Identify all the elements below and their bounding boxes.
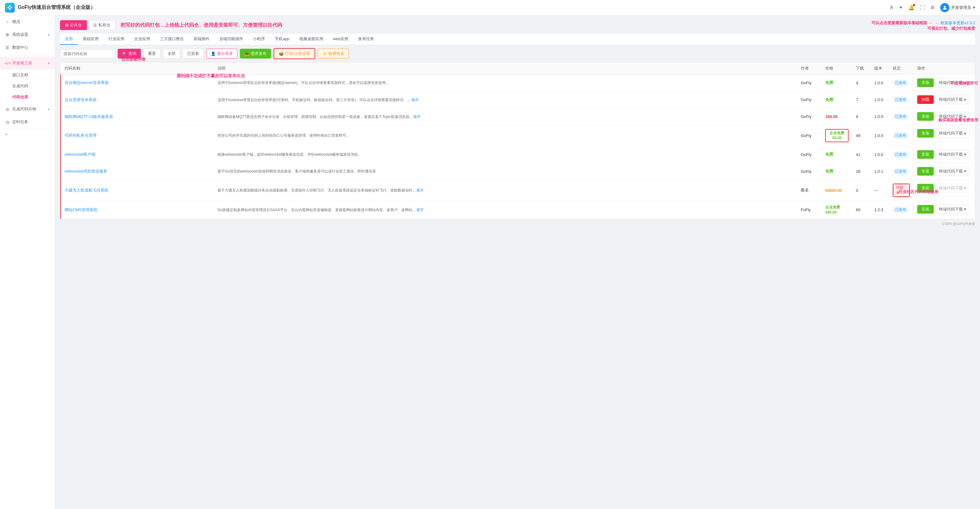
install-btn-4[interactable]: 安装 [917,150,934,159]
sidebar-item-datacenter[interactable]: ☰ 数据中心 [0,41,55,54]
bell-icon[interactable]: 🔔 [908,5,915,10]
install-btn-2[interactable]: 安装 [917,112,934,121]
row-dl-6: 0 [852,180,871,201]
tab-private[interactable]: ☰ 私有仓 [88,20,116,30]
code-name-link-6[interactable]: 大疆无人机巡航飞控系统 [65,188,108,192]
filter-tab-pubtask[interactable]: 发布任务 [353,34,379,45]
dropdown-arrow-7: ▾ [964,207,966,212]
private-icon: ☰ [94,23,97,27]
download-label-5: 终端代码下载 [939,169,963,174]
filter-tab-frontend[interactable]: 前端插件 [189,34,215,45]
topbar-left: GoFly快速后台管理系统（企业版） [5,3,95,13]
row-desc-5: 基于Go语言的websocket游戏和网页消息推送、客户端和服务器可以进行全双工… [214,163,797,180]
install-btn-5[interactable]: 安装 [917,167,934,176]
filter-tab-miniapp[interactable]: 小程序 [248,34,270,45]
sidebar-label-apidocs: 接口文档 [12,73,28,77]
sidebar-item-overview[interactable]: ○ 概况 [0,15,55,28]
uninstall-btn-1[interactable]: 卸载 [917,95,934,104]
fullscreen-icon[interactable]: ⛶ [920,5,925,10]
reset-button[interactable]: 重置 [143,49,161,59]
filter-tab-all[interactable]: 全部 [60,34,78,45]
filter-tab-thirdparty[interactable]: 三方接口整合 [155,34,189,45]
row-author-7: FoFly [797,201,822,219]
query-label: 查询 [128,51,136,56]
installed-button[interactable]: 已安装 [183,49,204,59]
filter-tab-enterprise[interactable]: 企业应用 [129,34,155,45]
download-btn-1[interactable]: 终端代码下载 ▾ [935,95,970,104]
sidebar-item-gencode[interactable]: 生成代码 [10,81,55,92]
pack-label: 打包/上传仓库 [285,51,310,56]
sidebar-collapse-btn[interactable]: ≡ [0,129,55,140]
translate-icon[interactable]: A [890,5,893,10]
filter-tab-webapp[interactable]: web应用 [328,34,353,45]
code-name-link-5[interactable]: websocket消息推送服务 [65,169,107,173]
download-btn-4[interactable]: 终端代码下载 ▾ [935,150,970,159]
download-btn-5[interactable]: 终端代码下载 ▾ [935,167,970,176]
desc-text-1: 适用于business管理后台的登录界面(可密码、手机验证码、邮箱验证码、第三方… [218,98,411,102]
row-author-5: GoFly [797,163,822,180]
sidebar-label-coderepo: 代码仓库 [12,95,28,99]
sidebar-label-codeexample: 生成代码示例 [12,107,36,112]
download-btn-7[interactable]: 终端代码下载 ▾ [935,205,970,214]
sidebar-item-coderepo[interactable]: 代码仓库 [10,92,55,103]
row-status-0: 已发布 [889,75,913,92]
logout-button[interactable]: 👤 退出登录 [206,49,237,59]
table-row: 代码包私有仓管理 把你公司的开完成的代码上传到你自己公司服务器管理、使用时候自己… [60,125,975,146]
desc-expand-7[interactable]: 展开 [416,208,424,212]
frame-link[interactable]: ← 框架版本更新v2.3.2 [935,21,975,25]
install-btn-7[interactable]: 安装 [917,205,934,213]
sidebar-item-settings[interactable]: ⚙ 系统设置 ▸ [0,28,55,41]
tab-public[interactable]: ⊞ 公共仓 [60,20,87,30]
sidebar-item-codeexample[interactable]: ◎ 生成代码示例 ▸ [0,103,55,116]
download-btn-6: 终端代码下载 ▾ [935,184,970,193]
code-name-link-3[interactable]: 代码包私有仓管理 [65,133,97,138]
desc-text-7: Go搭建定制多网站内容管理后台SAAS平台、后台内置网站开发编辑器、直接套网站标… [218,208,416,212]
main-layout: ○ 概况 ⚙ 系统设置 ▸ ☰ 数据中心 </> 开发者工具 ▾ 接口文档 生成… [0,15,980,509]
filter-tab-backend[interactable]: 后端功能插件 [215,34,248,45]
brightness-icon[interactable]: ✦ [899,5,903,10]
sidebar-label-datacenter: 数据中心 [12,45,28,50]
download-btn-3[interactable]: 终端代码下载 ▾ [935,129,970,138]
desc-expand-6[interactable]: 展开 [416,188,424,192]
filter-tab-mobileapp[interactable]: 手机app [270,34,294,45]
sidebar-item-scheduledtask[interactable]: ◷ 定时任务 [0,116,55,129]
desc-expand-1[interactable]: 展开 [411,98,419,102]
table-row: websocket客户端 链接websocket客户端，监听websocket服… [60,146,975,163]
row-dl-5: 28 [852,163,871,180]
row-status-1: 已发布 [889,91,913,108]
install-btn-3[interactable]: 安装 [917,129,934,138]
installed-label: 已安装 [187,51,199,56]
table-row: 后台宽屏登录界面 适用于business管理后台的登录界面(可密码、手机验证码、… [60,91,975,108]
user-avatar-area[interactable]: 开发管理员 ▾ [940,3,975,12]
code-name-link-4[interactable]: websocket客户端 [65,152,95,157]
sidebar-item-devtools[interactable]: </> 开发者工具 ▾ [0,57,55,70]
filter-tab-industry[interactable]: 行业应用 [103,34,129,45]
sidebar-item-apidocs[interactable]: 接口文档 [10,70,55,81]
publish-button[interactable]: 📤 需求发布 [240,49,271,59]
filter-tab-basic[interactable]: 基础应用 [78,34,103,45]
filter-tab-desktop[interactable]: 电脑桌面应用 [294,34,328,45]
visual-pack-annotation: 可视化打包、减少打包难度 [927,26,975,31]
all-button[interactable]: 全部 [163,49,180,59]
no-unload-annotation: 不使用卸载即可 [950,81,978,86]
row-dl-4: 41 [852,146,871,163]
install-btn-0[interactable]: 安装 [917,78,934,87]
row-desc-0: 适用于business管理后台的登录界面(侧边banner)、可以点击详情查看页… [214,75,797,92]
code-name-link-2[interactable]: 物联网MQTT-v3版本服务器 [65,114,113,119]
detect-button[interactable]: ⚡ 检测包名 [318,49,349,59]
row-status-5: 已发布 [889,163,913,180]
row-author-4: GoFly [797,146,822,163]
code-name-link-7[interactable]: 网站CMS管理系统 [65,207,97,212]
settings-icon[interactable]: ⚙ [931,5,935,10]
row-ops-5: 安装 终端代码下载 ▾ [913,163,975,180]
desc-expand-2[interactable]: 展开 [413,115,421,119]
row-ver-0: 1.0.0 [871,75,889,92]
code-name-link-1[interactable]: 后台宽屏登录界面 [65,97,97,102]
download-label-7: 终端代码下载 [939,207,963,212]
sidebar-label-scheduledtask: 定时任务 [12,119,28,125]
search-input[interactable] [60,49,115,58]
code-name-link-0[interactable]: 后台侧边banner登录界面 [65,80,109,85]
pack-button[interactable]: 📦 打包/上传仓库 [275,49,314,58]
row-name-4: websocket客户端 [60,146,214,163]
row-name-7: 网站CMS管理系统 [60,201,214,219]
